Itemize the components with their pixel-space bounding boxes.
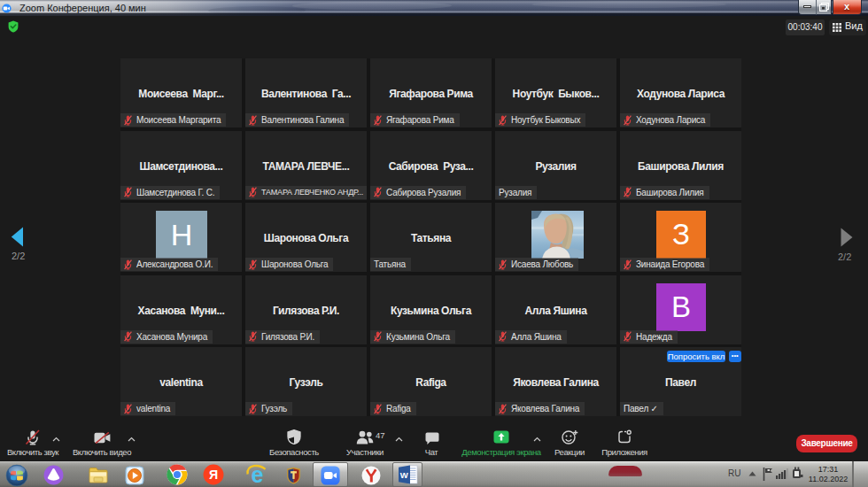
svg-text:W: W: [400, 470, 408, 480]
svg-text:Я: Я: [209, 468, 218, 482]
